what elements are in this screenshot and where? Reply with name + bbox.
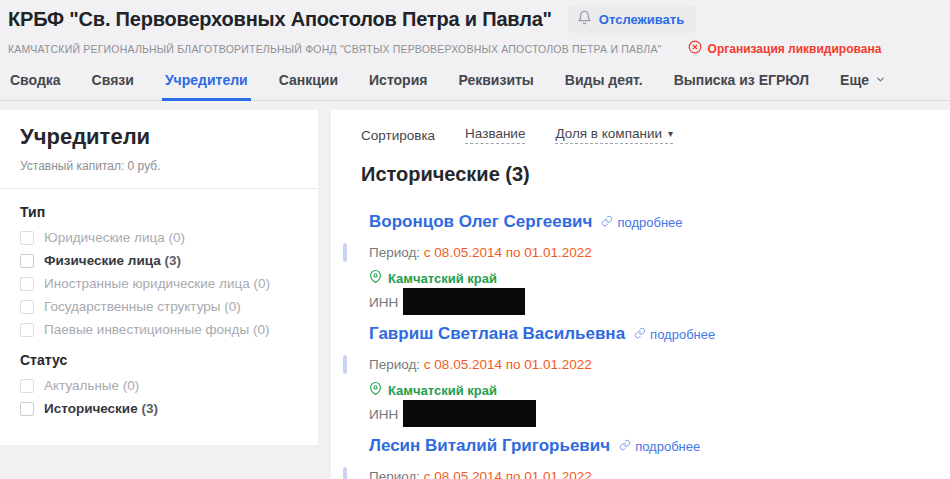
inn-redaction [403, 400, 536, 427]
company-header: КРБФ "Св. Первоверховных Апостолов Петра… [0, 0, 950, 57]
details-link-label: подробнее [635, 439, 700, 454]
filter-count: (0) [123, 378, 140, 393]
filter-label: Актуальные (0) [44, 379, 139, 393]
details-link-label: подробнее [617, 215, 682, 230]
details-link[interactable]: подробнее [619, 439, 700, 454]
liquidated-badge: Организация ликвидирована [688, 40, 882, 57]
inn-label: ИНН [369, 295, 398, 310]
checkbox[interactable] [20, 402, 34, 416]
checkbox[interactable] [20, 254, 34, 268]
content: Учредители Уставный капитал: 0 руб. Тип … [0, 101, 950, 479]
filter-historical[interactable]: Исторические (3) [20, 402, 298, 416]
filter-count: (0) [169, 230, 186, 245]
filter-label: Юридические лица (0) [44, 231, 185, 245]
status-filter-list: Актуальные (0)Исторические (3) [20, 379, 298, 416]
tab-vypiska-egrul[interactable]: Выписка из ЕГРЮЛ [674, 66, 809, 100]
bell-icon [577, 10, 592, 28]
sort-option-share-label: Доля в компании [555, 126, 662, 141]
section-title: Исторические (3) [361, 163, 920, 186]
filter-foreign-legal-entities[interactable]: Иностранные юридические лица (0) [20, 277, 298, 291]
tab-vidy-deyat[interactable]: Виды деят. [565, 66, 643, 100]
filters-sidebar: Учредители Уставный капитал: 0 руб. Тип … [0, 110, 318, 445]
period-dates: с 08.05.2014 по 01.01.2022 [424, 469, 592, 479]
filter-label: Физические лица (3) [44, 254, 181, 268]
checkbox[interactable] [20, 231, 34, 245]
filter-label: Государственные структуры (0) [44, 300, 241, 314]
founder-name-link[interactable]: Лесин Виталий Григорьевич [369, 436, 610, 456]
tab-more[interactable]: Еще [840, 66, 886, 100]
checkbox[interactable] [20, 323, 34, 337]
sub-row: КАМЧАТСКИЙ РЕГИОНАЛЬНЫЙ БЛАГОТВОРИТЕЛЬНЫ… [8, 40, 940, 57]
tab-label: Еще [840, 72, 869, 88]
tab-label: Связи [92, 72, 134, 88]
track-button[interactable]: Отслеживать [568, 5, 696, 33]
filter-label: Исторические (3) [44, 402, 158, 416]
track-button-label: Отслеживать [599, 12, 684, 27]
details-link[interactable]: подробнее [634, 327, 715, 342]
filter-count: (3) [164, 253, 181, 268]
founder-entry-head: Гавриш Светлана Васильевнаподробнее [369, 324, 920, 344]
title-row: КРБФ "Св. Первоверховных Апостолов Петра… [8, 5, 940, 33]
sort-option-name[interactable]: Название [465, 126, 525, 144]
tab-sankcii[interactable]: Санкции [279, 66, 338, 100]
tab-svyazi[interactable]: Связи [92, 66, 134, 100]
filter-count: (0) [224, 299, 241, 314]
founder-region: Камчатский край [369, 270, 920, 286]
founder-entry: Гавриш Светлана ВасильевнаподробнееПерио… [361, 324, 920, 422]
founders-panel: Сортировка Название Доля в компании ▾ Ис… [331, 110, 950, 479]
founder-entry: Лесин Виталий ГригорьевичподробнееПериод… [361, 436, 920, 479]
tab-label: Сводка [10, 72, 61, 88]
filter-investment-funds[interactable]: Паевые инвестиционные фонды (0) [20, 323, 298, 337]
filter-government-structures[interactable]: Государственные структуры (0) [20, 300, 298, 314]
founder-name-link[interactable]: Гавриш Светлана Васильевна [369, 324, 625, 344]
details-link[interactable]: подробнее [601, 215, 682, 230]
period-dates: с 08.05.2014 по 01.01.2022 [424, 357, 592, 372]
tab-uchrediteli[interactable]: Учредители [165, 66, 248, 100]
inn-redaction [403, 288, 525, 315]
sidebar-title: Учредители [20, 124, 298, 150]
filter-group-type: Тип Юридические лица (0)Физические лица … [20, 204, 298, 337]
page: КРБФ "Св. Первоверховных Апостолов Петра… [0, 0, 950, 479]
filter-count: (3) [141, 401, 158, 416]
checkbox[interactable] [20, 379, 34, 393]
filter-individuals[interactable]: Физические лица (3) [20, 254, 298, 268]
chevron-down-icon [875, 72, 886, 88]
charter-capital: Уставный капитал: 0 руб. [20, 159, 298, 173]
tab-label: Выписка из ЕГРЮЛ [674, 72, 809, 88]
filter-actual[interactable]: Актуальные (0) [20, 379, 298, 393]
company-full-name: КАМЧАТСКИЙ РЕГИОНАЛЬНЫЙ БЛАГОТВОРИТЕЛЬНЫ… [8, 43, 662, 55]
tab-istoriya[interactable]: История [369, 66, 427, 100]
period-dates: с 08.05.2014 по 01.01.2022 [424, 245, 592, 260]
founder-inn: ИНН [369, 294, 920, 310]
link-icon [634, 327, 646, 342]
filter-group-type-title: Тип [20, 204, 298, 220]
sort-option-share[interactable]: Доля в компании ▾ [555, 126, 673, 144]
founder-region: Камчатский край [369, 382, 920, 398]
nav-tabs: СводкаСвязиУчредителиСанкцииИсторияРекви… [0, 66, 950, 101]
founder-period: Период: с 08.05.2014 по 01.01.2022 [369, 468, 920, 479]
filter-count: (0) [254, 276, 271, 291]
founder-entry-head: Лесин Виталий Григорьевичподробнее [369, 436, 920, 456]
location-pin-icon [369, 382, 382, 398]
founder-period: Период: с 08.05.2014 по 01.01.2022 [369, 244, 920, 261]
liquidated-label: Организация ликвидирована [708, 42, 882, 56]
founder-name-link[interactable]: Воронцов Олег Сергеевич [369, 212, 592, 232]
filter-label: Паевые инвестиционные фонды (0) [44, 323, 269, 337]
tab-label: История [369, 72, 427, 88]
filter-label: Иностранные юридические лица (0) [44, 277, 270, 291]
tab-svodka[interactable]: Сводка [10, 66, 61, 100]
founder-entry: Воронцов Олег СергеевичподробнееПериод: … [361, 212, 920, 310]
checkbox[interactable] [20, 277, 34, 291]
checkbox[interactable] [20, 300, 34, 314]
tab-label: Реквизиты [458, 72, 533, 88]
divider [0, 188, 318, 189]
inn-label: ИНН [369, 407, 398, 422]
sort-label: Сортировка [361, 128, 435, 143]
type-filter-list: Юридические лица (0)Физические лица (3)И… [20, 231, 298, 337]
tab-rekvizity[interactable]: Реквизиты [458, 66, 533, 100]
founder-period: Период: с 08.05.2014 по 01.01.2022 [369, 356, 920, 373]
filter-legal-entities[interactable]: Юридические лица (0) [20, 231, 298, 245]
period-label: Период: [369, 357, 424, 372]
founders-list: Воронцов Олег СергеевичподробнееПериод: … [361, 212, 920, 479]
filter-count: (0) [253, 322, 270, 337]
